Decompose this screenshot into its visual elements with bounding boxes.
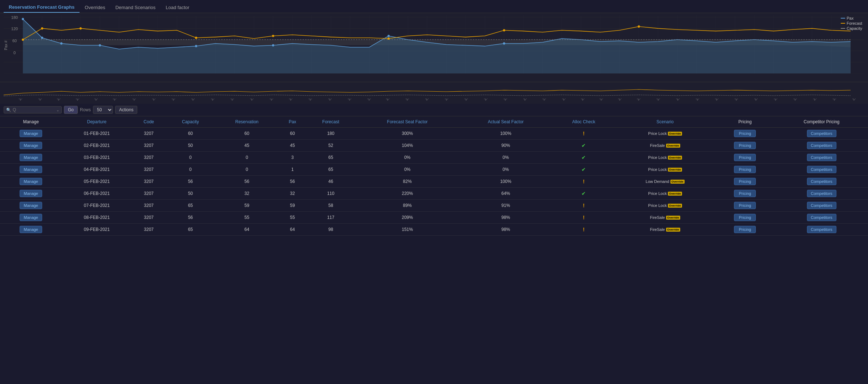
cell-forecast: 180: [306, 128, 355, 140]
competitors-button[interactable]: Competitors: [807, 154, 836, 161]
competitors-button[interactable]: Competitors: [807, 178, 836, 185]
header-pricing: Pricing: [715, 116, 775, 128]
header-capacity: Capacity: [166, 116, 215, 128]
cell-reservation: 59: [215, 200, 279, 212]
manage-button[interactable]: Manage: [20, 226, 42, 233]
svg-point-70: [388, 37, 390, 40]
scenario-badge: Price LockOverride: [648, 155, 682, 160]
pricing-button[interactable]: Pricing: [734, 130, 756, 137]
pricing-button[interactable]: Pricing: [734, 178, 756, 185]
competitors-button[interactable]: Competitors: [807, 226, 836, 233]
cell-actual-seat-factor: 0%: [459, 164, 552, 176]
search-input[interactable]: [13, 107, 56, 112]
competitors-button[interactable]: Competitors: [807, 202, 836, 209]
exclamation-icon: !: [583, 131, 585, 136]
cell-reservation: 32: [215, 188, 279, 200]
cell-capacity: 50: [166, 188, 215, 200]
cell-scenario: Price LockOverride: [615, 152, 715, 164]
nav-tab-reservation-forecast[interactable]: Reservation Forecast Graphs: [4, 2, 80, 13]
cell-scenario: FireSaleOverride: [615, 212, 715, 224]
toolbar: 🔍 ⌄ Go Rows 10 25 50 100 Actions: [0, 104, 868, 116]
pricing-button[interactable]: Pricing: [734, 190, 756, 197]
cell-departure: 04-FEB-2021: [62, 164, 131, 176]
table-row: Manage02-FEB-2021320750454552104%90%✔Fir…: [0, 140, 868, 152]
pricing-button[interactable]: Pricing: [734, 142, 756, 149]
pricing-button[interactable]: Pricing: [734, 166, 756, 173]
nav-tab-overrides[interactable]: Overrides: [80, 2, 110, 13]
manage-button[interactable]: Manage: [20, 154, 42, 161]
competitors-button[interactable]: Competitors: [807, 130, 836, 137]
svg-point-60: [99, 44, 101, 46]
override-tag: Override: [668, 204, 682, 208]
manage-button[interactable]: Manage: [20, 214, 42, 221]
pricing-button[interactable]: Pricing: [734, 202, 756, 209]
cell-alloc-check: ✔: [552, 152, 615, 164]
search-box: 🔍 ⌄: [4, 106, 62, 113]
cell-departure: 07-FEB-2021: [62, 200, 131, 212]
cell-forecast: 58: [306, 200, 355, 212]
svg-point-69: [272, 35, 274, 37]
cell-departure: 01-FEB-2021: [62, 128, 131, 140]
cell-code: 3207: [132, 224, 166, 236]
cell-departure: 08-FEB-2021: [62, 212, 131, 224]
checkmark-icon: ✔: [581, 143, 586, 148]
go-button[interactable]: Go: [64, 106, 78, 114]
svg-point-61: [195, 45, 197, 47]
rows-select[interactable]: 10 25 50 100: [93, 106, 113, 114]
header-pax: Pax: [279, 116, 306, 128]
cell-capacity: 65: [166, 224, 215, 236]
cell-forecast-seat-factor: 209%: [355, 212, 459, 224]
cell-code: 3207: [132, 212, 166, 224]
cell-pax: 64: [279, 224, 306, 236]
manage-button[interactable]: Manage: [20, 142, 42, 149]
cell-alloc-check: !: [552, 212, 615, 224]
table-row: Manage08-FEB-20213207565555117209%98%!Fi…: [0, 212, 868, 224]
cell-alloc-check: ✔: [552, 140, 615, 152]
main-chart: 180 120 60 0 Pax #: [0, 13, 868, 82]
competitors-button[interactable]: Competitors: [807, 166, 836, 173]
svg-point-57: [22, 18, 24, 20]
override-tag: Override: [670, 180, 685, 184]
manage-button[interactable]: Manage: [20, 190, 42, 197]
manage-button[interactable]: Manage: [20, 202, 42, 209]
competitors-button[interactable]: Competitors: [807, 190, 836, 197]
table-row: Manage05-FEB-202132075656564682%100%!Low…: [0, 176, 868, 188]
competitors-button[interactable]: Competitors: [807, 214, 836, 221]
data-table-wrapper: Manage Departure Code Capacity Reservati…: [0, 116, 868, 236]
cell-actual-seat-factor: 91%: [459, 200, 552, 212]
cell-alloc-check: !: [552, 176, 615, 188]
nav-tab-load-factor[interactable]: Load factor: [161, 2, 194, 13]
forecast-legend-label: Forecast: [847, 21, 862, 25]
actions-button[interactable]: Actions: [115, 106, 137, 114]
manage-button[interactable]: Manage: [20, 166, 42, 173]
pricing-button[interactable]: Pricing: [734, 226, 756, 233]
mini-chart-svg: [4, 82, 864, 97]
forecast-legend-dot: [841, 23, 845, 24]
svg-point-66: [41, 27, 43, 29]
svg-point-71: [503, 29, 505, 31]
cell-capacity: 65: [166, 200, 215, 212]
manage-button[interactable]: Manage: [20, 130, 42, 137]
competitors-button[interactable]: Competitors: [807, 142, 836, 149]
data-table: Manage Departure Code Capacity Reservati…: [0, 116, 868, 236]
cell-forecast: 110: [306, 188, 355, 200]
cell-code: 3207: [132, 140, 166, 152]
exclamation-icon: !: [583, 227, 585, 232]
cell-actual-seat-factor: 98%: [459, 224, 552, 236]
pricing-button[interactable]: Pricing: [734, 214, 756, 221]
manage-button[interactable]: Manage: [20, 178, 42, 185]
cell-forecast: 46: [306, 176, 355, 188]
mini-chart: [0, 82, 868, 99]
scenario-badge: Price LockOverride: [648, 167, 682, 172]
exclamation-icon: !: [583, 179, 585, 184]
cell-scenario: FireSaleOverride: [615, 224, 715, 236]
table-row: Manage07-FEB-202132076559595889%91%!Pric…: [0, 200, 868, 212]
scenario-badge: Price LockOverride: [648, 131, 682, 136]
pricing-button[interactable]: Pricing: [734, 154, 756, 161]
svg-point-65: [22, 39, 24, 41]
nav-tab-demand-scenarios[interactable]: Demand Scenarios: [110, 2, 161, 13]
cell-forecast-seat-factor: 0%: [355, 164, 459, 176]
svg-point-58: [41, 37, 43, 39]
svg-point-68: [195, 37, 197, 39]
table-row: Manage06-FEB-20213207503232110220%64%✔Pr…: [0, 188, 868, 200]
